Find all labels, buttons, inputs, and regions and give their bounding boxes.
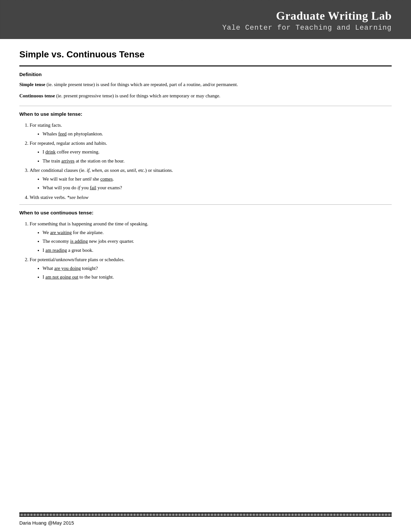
simple-item-4: With stative verbs. *see below (30, 194, 392, 201)
footer-bar-thin (19, 516, 392, 517)
continuous-bullet-1-3-underline: am reading (45, 248, 67, 253)
simple-item-3-label: After conditional clauses (ie. if, when,… (30, 168, 173, 173)
continuous-bullet-2-2-underline: am not going out (45, 274, 78, 280)
simple-item-3-bullets: We will wait for her until she comes. Wh… (43, 175, 392, 192)
simple-tense-paragraph: Simple tense (ie. simple present tense) … (19, 81, 392, 88)
footer-text: Daria Huang @May 2015 (0, 517, 411, 532)
continuous-bullet-2-1-underline: are you doing (54, 266, 81, 271)
page: Graduate Writing Lab Yale Center for Tea… (0, 0, 411, 532)
continuous-item-2-bullets: What are you doing tonight? I am not goi… (43, 265, 392, 281)
divider-1 (19, 106, 392, 106)
footer-lines (19, 512, 392, 517)
main-content: Simple vs. Continuous Tense Definition S… (0, 39, 411, 512)
simple-item-4-italic: *see below (67, 195, 88, 200)
simple-bullet-3-1-underline: comes (100, 176, 113, 182)
definition-section: Definition Simple tense (ie. simple pres… (19, 72, 392, 100)
simple-item-2: For repeated, regular actions and habits… (30, 140, 392, 165)
simple-tense-desc: (ie. simple present tense) is used for t… (45, 82, 238, 87)
simple-bullet-3-1: We will wait for her until she comes. (43, 175, 392, 183)
continuous-tense-section: When to use continuous tense: For someth… (19, 210, 392, 281)
simple-item-2-bullets: I drink coffee every morning. The train … (43, 148, 392, 165)
continuous-item-1-bullets: We are waiting for the airplane. The eco… (43, 229, 392, 254)
simple-item-1-bullets: Whales feed on phytoplankton. (43, 130, 392, 138)
simple-item-1: For stating facts. Whales feed on phytop… (30, 122, 392, 138)
when-continuous-heading: When to use continuous tense: (19, 210, 392, 216)
simple-tense-section: When to use simple tense: For stating fa… (19, 111, 392, 201)
continuous-item-1-label: For something that is happening around t… (30, 221, 148, 226)
continuous-item-1: For something that is happening around t… (30, 220, 392, 254)
header: Graduate Writing Lab Yale Center for Tea… (0, 0, 411, 39)
divider-2 (19, 204, 392, 205)
header-title: Graduate Writing Lab (19, 9, 392, 23)
continuous-tense-term: Continuous tense (19, 93, 55, 98)
simple-tense-def: Simple tense (ie. simple present tense) … (19, 81, 392, 100)
simple-bullet-3-2: What will you do if you fail your exams? (43, 184, 392, 192)
simple-bullet-2-1-underline: drink (45, 149, 56, 154)
footer-bar-pattern (19, 514, 392, 516)
simple-tense-list: For stating facts. Whales feed on phytop… (30, 122, 392, 201)
continuous-bullet-2-1: What are you doing tonight? (43, 265, 392, 272)
simple-bullet-1-1-underline: feed (58, 131, 67, 136)
simple-bullet-3-2-underline: fail (90, 185, 96, 190)
footer-divider: Daria Huang @May 2015 (0, 512, 411, 532)
continuous-tense-list: For something that is happening around t… (30, 220, 392, 281)
continuous-tense-paragraph: Continuous tense (ie. present progressiv… (19, 92, 392, 100)
simple-item-1-label: For stating facts. (30, 123, 62, 128)
header-subtitle: Yale Center for Teaching and Learning (19, 24, 392, 32)
simple-item-3-italic: if, when, as soon as, until (87, 168, 136, 173)
continuous-bullet-1-2-underline: is adding (70, 239, 88, 244)
simple-item-3: After conditional clauses (ie. if, when,… (30, 167, 392, 192)
continuous-item-2-label: For potential/unknown/future plans or sc… (30, 257, 125, 262)
continuous-item-2: For potential/unknown/future plans or sc… (30, 256, 392, 281)
simple-bullet-3-2-italic: if (77, 185, 80, 190)
continuous-bullet-1-1-underline: are waiting (50, 230, 72, 235)
simple-bullet-3-1-italic: until (83, 176, 92, 182)
continuous-bullet-1-2: The economy is adding new jobs every qua… (43, 238, 392, 245)
continuous-bullet-1-1: We are waiting for the airplane. (43, 229, 392, 236)
simple-bullet-2-2: The train arrives at the station on the … (43, 157, 392, 165)
continuous-bullet-1-3: I am reading a great book. (43, 247, 392, 254)
simple-bullet-2-2-underline: arrives (61, 158, 74, 163)
definition-heading: Definition (19, 72, 392, 77)
simple-item-2-label: For repeated, regular actions and habits… (30, 141, 107, 146)
continuous-bullet-2-2: I am not going out to the bar tonight. (43, 273, 392, 281)
simple-item-4-label: With stative verbs. *see below (30, 195, 88, 200)
simple-tense-term: Simple tense (19, 82, 45, 87)
simple-bullet-2-1: I drink coffee every morning. (43, 148, 392, 156)
when-simple-heading: When to use simple tense: (19, 111, 392, 117)
top-rule (19, 65, 392, 66)
page-title: Simple vs. Continuous Tense (19, 49, 392, 60)
simple-bullet-1-1: Whales feed on phytoplankton. (43, 130, 392, 138)
continuous-tense-desc: (ie. present progressive tense) is used … (55, 93, 220, 98)
